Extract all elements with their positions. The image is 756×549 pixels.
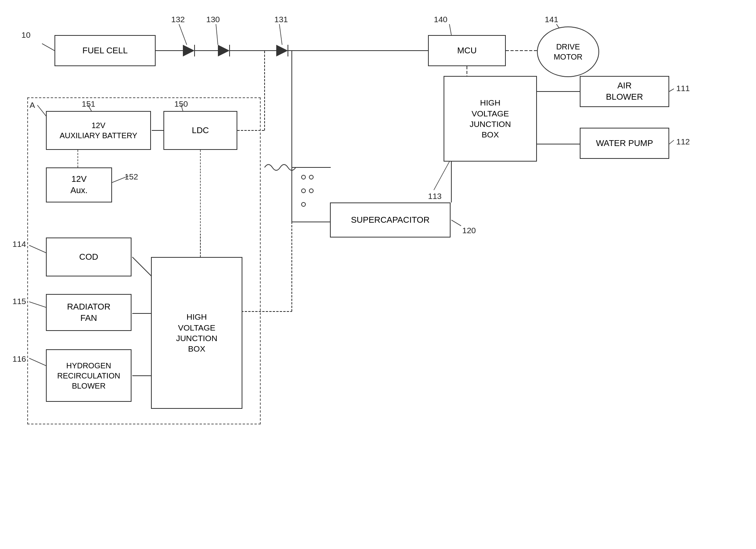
svg-line-32 xyxy=(449,24,451,35)
svg-line-37 xyxy=(451,220,461,226)
svg-marker-7 xyxy=(276,45,288,56)
svg-marker-1 xyxy=(183,45,195,56)
label-A: A xyxy=(30,100,35,110)
radiator-fan-box: RADIATORFAN xyxy=(46,294,132,331)
svg-line-34 xyxy=(669,89,674,92)
svg-point-15 xyxy=(302,175,305,179)
label-120: 120 xyxy=(462,226,476,235)
svg-point-17 xyxy=(302,189,305,193)
svg-point-18 xyxy=(309,189,313,193)
label-141: 141 xyxy=(545,15,558,24)
svg-line-31 xyxy=(279,24,282,45)
label-112: 112 xyxy=(676,137,690,146)
label-115: 115 xyxy=(12,297,26,306)
label-151: 151 xyxy=(82,99,95,109)
ldc-box: LDC xyxy=(163,111,237,150)
cod-box: COD xyxy=(46,238,132,276)
hv-jbox-right-box: HIGHVOLTAGEJUNCTIONBOX xyxy=(444,76,537,162)
label-116: 116 xyxy=(12,354,26,364)
label-111: 111 xyxy=(676,84,690,93)
drive-motor-box: DRIVEMOTOR xyxy=(537,26,599,77)
mcu-box: MCU xyxy=(428,35,506,66)
svg-marker-4 xyxy=(218,45,230,56)
hydrogen-blower-box: HYDROGENRECIRCULATIONBLOWER xyxy=(46,349,132,402)
hv-jbox-left-box: HIGHVOLTAGEJUNCTIONBOX xyxy=(151,257,242,409)
label-152: 152 xyxy=(125,172,138,181)
supercapacitor-box: SUPERCAPACITOR xyxy=(330,202,451,238)
label-140: 140 xyxy=(434,15,447,24)
svg-line-29 xyxy=(179,24,187,45)
water-pump-box: WATER PUMP xyxy=(580,128,669,159)
label-130: 130 xyxy=(206,15,220,24)
svg-line-35 xyxy=(669,140,674,144)
svg-point-19 xyxy=(302,202,305,206)
aux-battery-box: 12VAUXILIARY BATTERY xyxy=(46,111,151,150)
svg-line-36 xyxy=(434,162,449,190)
air-blower-box: AIRBLOWER xyxy=(580,76,669,107)
svg-line-30 xyxy=(216,24,218,45)
diagram: FUEL CELL MCU DRIVEMOTOR AIRBLOWER WATER… xyxy=(0,0,756,549)
label-132: 132 xyxy=(171,15,185,24)
svg-point-16 xyxy=(309,175,313,179)
label-114: 114 xyxy=(12,239,26,249)
label-150: 150 xyxy=(174,99,188,109)
svg-line-28 xyxy=(42,44,54,51)
aux12v-box: 12VAux. xyxy=(46,167,112,202)
label-131: 131 xyxy=(274,15,288,24)
fuel-cell-box: FUEL CELL xyxy=(54,35,156,66)
label-113: 113 xyxy=(428,192,442,201)
label-10: 10 xyxy=(21,30,30,40)
